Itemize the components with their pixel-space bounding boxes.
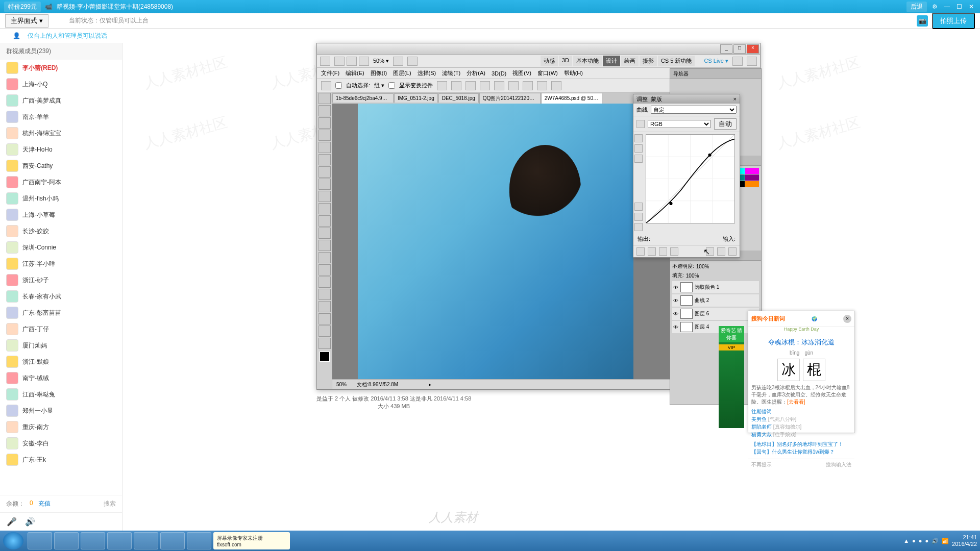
channel-select[interactable]: RGB bbox=[648, 120, 711, 128]
workspace-tab[interactable]: 3D bbox=[559, 56, 572, 66]
member-item[interactable]: 安徽-李白 bbox=[0, 435, 122, 452]
tray-icon[interactable]: ▲ bbox=[903, 538, 909, 544]
recharge-link[interactable]: 充值 bbox=[38, 499, 51, 508]
qq-icon[interactable] bbox=[81, 532, 105, 549]
member-item[interactable]: 温州-fish小鸡 bbox=[0, 190, 122, 207]
auto-select-target[interactable]: 组 ▾ bbox=[374, 82, 384, 89]
member-item[interactable]: 重庆-南方 bbox=[0, 419, 122, 435]
ps-win-min-icon[interactable] bbox=[732, 57, 743, 66]
app-icon[interactable] bbox=[134, 532, 158, 549]
member-item[interactable]: 江苏-半小咩 bbox=[0, 256, 122, 272]
curves-baseline-icon[interactable] bbox=[634, 213, 643, 221]
member-item[interactable]: 郑州一小显 bbox=[0, 403, 122, 419]
curves-panel[interactable]: 调整 蒙版 × 曲线 自定 RGB 自动 bbox=[633, 94, 740, 258]
ps-minimize-button[interactable]: _ bbox=[720, 44, 732, 54]
document-tab[interactable]: DEC_5018.jpg bbox=[438, 93, 479, 103]
history-brush-tool-icon[interactable] bbox=[318, 203, 331, 214]
member-item[interactable]: 深圳-Connie bbox=[0, 239, 122, 256]
workspace-switcher[interactable]: 动感3D基本功能设计绘画摄影CS 5 新功能 bbox=[541, 56, 695, 66]
align-icon[interactable] bbox=[480, 81, 490, 90]
upload-button[interactable]: 拍照上传 bbox=[932, 13, 975, 29]
start-button[interactable] bbox=[3, 532, 23, 549]
screen-mode-icon[interactable] bbox=[407, 57, 418, 66]
marquee-tool-icon[interactable] bbox=[318, 105, 331, 116]
move-tool-preset-icon[interactable] bbox=[321, 81, 331, 90]
tray-icon[interactable]: ● bbox=[919, 538, 922, 544]
align-icon[interactable] bbox=[494, 81, 504, 90]
curves-smooth-tool-icon[interactable] bbox=[634, 155, 643, 163]
menu-item[interactable]: 帮助(H) bbox=[564, 69, 583, 77]
align-icon[interactable] bbox=[451, 81, 461, 90]
menu-item[interactable]: 3D(D) bbox=[492, 70, 506, 77]
eye-icon[interactable]: 👁 bbox=[673, 285, 678, 290]
auto-button[interactable]: 自动 bbox=[714, 118, 737, 130]
fill-value[interactable]: 100% bbox=[686, 273, 699, 279]
iqiyi-ad[interactable]: 爱奇艺 猜你喜 VIP bbox=[719, 326, 744, 428]
curves-histogram-icon[interactable] bbox=[634, 223, 643, 231]
eye-icon[interactable]: 👁 bbox=[673, 311, 678, 317]
screen-recorder-app[interactable]: 屏幕录像专家未注册 tlxsoft.com bbox=[213, 532, 290, 549]
menu-item[interactable]: 文件(F) bbox=[321, 69, 339, 77]
eye-icon[interactable]: 👁 bbox=[673, 324, 678, 330]
curves-preset-select[interactable]: 自定 bbox=[651, 106, 737, 114]
member-item[interactable]: 西安-Cathy bbox=[0, 158, 122, 174]
member-item[interactable]: 杭州-海绵宝宝 bbox=[0, 125, 122, 141]
member-item[interactable]: 天津-HoHo bbox=[0, 141, 122, 158]
heal-tool-icon[interactable] bbox=[318, 166, 331, 178]
curves-return-icon[interactable] bbox=[636, 247, 645, 256]
member-item[interactable]: 长春-家有小武 bbox=[0, 288, 122, 305]
document-tab[interactable]: QQ图片20141221203945.jpg bbox=[479, 93, 541, 104]
read-more-link[interactable]: [去看看] bbox=[787, 399, 805, 405]
curves-close-icon[interactable]: × bbox=[733, 96, 737, 102]
member-item[interactable]: 广西-丁仔 bbox=[0, 321, 122, 337]
dodge-tool-icon[interactable] bbox=[318, 252, 331, 263]
tray-icon[interactable]: 🔊 bbox=[932, 538, 939, 544]
curves-eye-icon[interactable] bbox=[670, 247, 678, 256]
document-tab[interactable]: 1b-85de6c9cj2ba4.94.6g-2.jpg bbox=[332, 93, 394, 103]
word-link[interactable]: 往期借词 bbox=[751, 409, 772, 414]
zoom-dropdown[interactable]: 50% ▾ bbox=[373, 58, 389, 64]
eraser-tool-icon[interactable] bbox=[318, 215, 331, 227]
document-tab[interactable]: 2W7A4685.psd @ 50% (曲线 2, 图层蒙版/8) bbox=[541, 93, 602, 104]
curves-edit-icon[interactable] bbox=[636, 120, 645, 128]
menu-item[interactable]: 滤镜(T) bbox=[442, 69, 460, 77]
view-extras-icon[interactable] bbox=[359, 57, 369, 66]
member-item[interactable]: 广东-彭富苗苗 bbox=[0, 305, 122, 321]
layer-row[interactable]: 👁图层 6 bbox=[672, 308, 759, 320]
mic-icon[interactable]: 🎤 bbox=[6, 516, 17, 528]
distribute-icon[interactable] bbox=[551, 81, 561, 90]
minimize-button[interactable]: — bbox=[942, 2, 951, 11]
eye-icon[interactable]: 👁 bbox=[673, 298, 678, 304]
eyedropper-tool-icon[interactable] bbox=[318, 154, 331, 165]
speaker-icon[interactable]: 🔊 bbox=[24, 516, 36, 528]
distribute-icon[interactable] bbox=[537, 81, 547, 90]
curves-reset-icon[interactable] bbox=[717, 247, 725, 256]
tray-icon[interactable]: ● bbox=[925, 538, 928, 544]
curves-pencil-tool-icon[interactable] bbox=[634, 144, 643, 153]
workspace-tab[interactable]: 摄影 bbox=[640, 56, 657, 66]
foreground-color[interactable] bbox=[320, 352, 330, 362]
workspace-tab[interactable]: 设计 bbox=[603, 56, 620, 66]
brush-tool-icon[interactable] bbox=[318, 179, 331, 190]
navigator-tab[interactable]: 导航器 bbox=[670, 69, 761, 79]
member-item[interactable]: 南京-羊羊 bbox=[0, 109, 122, 125]
system-tray[interactable]: ▲ ● ● ● 🔊 📶 21:41 2016/4/22 bbox=[903, 534, 977, 547]
crop-tool-icon[interactable] bbox=[318, 142, 331, 153]
pen-tool-icon[interactable] bbox=[318, 264, 331, 276]
camera-icon[interactable]: 📷 bbox=[917, 15, 928, 27]
member-list[interactable]: 李小蕾(RED)上海-小Q广西-美梦成真南京-羊羊杭州-海绵宝宝天津-HoHo西… bbox=[0, 60, 122, 495]
hot-link[interactable]: 【地球日】别名好多的地球吓到宝宝了！ bbox=[751, 441, 843, 447]
app-icon[interactable] bbox=[107, 532, 132, 549]
stamp-tool-icon[interactable] bbox=[318, 191, 331, 202]
cs-live-button[interactable]: CS Live ▾ bbox=[704, 58, 728, 64]
dont-show-link[interactable]: 不再提示 bbox=[751, 461, 772, 468]
show-transform-checkbox[interactable] bbox=[388, 82, 395, 89]
menu-item[interactable]: 窗口(W) bbox=[537, 69, 558, 77]
member-item[interactable]: 厦门灿妈 bbox=[0, 337, 122, 354]
curves-display-icon[interactable] bbox=[634, 203, 643, 211]
move-tool-icon[interactable] bbox=[318, 93, 331, 104]
menu-item[interactable]: 分析(A) bbox=[467, 69, 485, 77]
member-item[interactable]: 浙江-默娘 bbox=[0, 354, 122, 370]
settings-icon[interactable]: ⚙ bbox=[930, 2, 939, 11]
word-link[interactable]: 美男鱼 bbox=[751, 416, 767, 422]
